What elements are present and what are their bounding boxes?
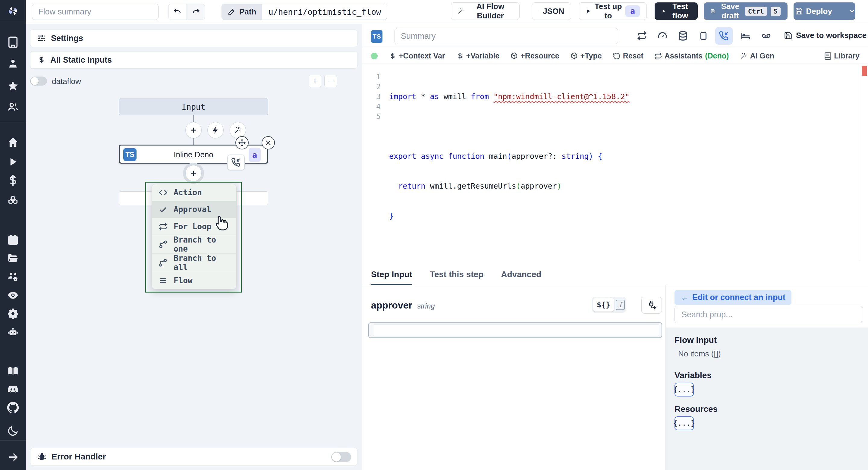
editor-toolbar: +Context Var +Variable +Resource +Type R… xyxy=(362,48,868,64)
path-group[interactable]: Path u/henri/optimistic_flow xyxy=(221,4,387,20)
error-handler-toggle[interactable] xyxy=(331,452,351,462)
ai-flow-builder-button[interactable]: AI Flow Builder xyxy=(451,2,520,20)
gauge-icon[interactable] xyxy=(654,27,671,44)
suspend-approval-icon[interactable] xyxy=(715,27,733,44)
sidebar-item-workspace[interactable] xyxy=(0,34,26,51)
pointer-cursor xyxy=(213,215,230,232)
plug-arrow-icon xyxy=(647,300,657,310)
reset-button[interactable]: Reset xyxy=(613,52,644,60)
library-button[interactable]: Library xyxy=(824,52,860,60)
sidebar-item-schedules[interactable] xyxy=(0,231,26,248)
search-prop-input[interactable] xyxy=(675,306,863,323)
insert-step-menu: Action Approval For Loop Branch to one B… xyxy=(152,184,237,289)
approver-value-input[interactable] xyxy=(368,322,662,338)
swap-step-icon[interactable] xyxy=(633,27,651,44)
sidebar-item-runs[interactable] xyxy=(0,153,26,170)
input-mode-toggle: ${} f xyxy=(592,297,626,313)
menu-item-branch-to-all[interactable]: Branch to all xyxy=(152,254,236,272)
sidebar-item-user[interactable] xyxy=(0,55,26,72)
dataflow-toggle[interactable] xyxy=(30,76,47,86)
error-handler-node[interactable]: Error Handler xyxy=(30,448,358,466)
concurrency-icon[interactable] xyxy=(695,27,712,44)
deploy-dropdown-button[interactable] xyxy=(845,7,859,15)
undo-button[interactable] xyxy=(168,4,187,20)
menu-item-action[interactable]: Action xyxy=(152,184,236,201)
sidebar-item-dark-mode[interactable] xyxy=(0,422,26,439)
plus-icon xyxy=(189,169,198,178)
path-value: u/henri/optimistic_flow xyxy=(262,4,387,20)
sidebar-item-discord[interactable] xyxy=(0,381,26,398)
test-flow-button[interactable]: Test flow xyxy=(655,2,698,20)
tab-advanced[interactable]: Advanced xyxy=(501,265,541,285)
step-editor-panel: TS Save to workspace +Context Var +Varia… xyxy=(362,24,868,470)
sidebar-item-ai[interactable] xyxy=(0,324,26,341)
save-to-workspace-button[interactable]: Save to workspace xyxy=(784,31,867,40)
voicemail-mock-icon[interactable] xyxy=(757,27,775,44)
all-static-inputs-button[interactable]: All Static Inputs xyxy=(30,51,358,69)
javascript-fn-mode-button[interactable]: f xyxy=(616,300,625,310)
sidebar-item-settings[interactable] xyxy=(0,305,26,322)
save-draft-button[interactable]: Save draft Ctrl S xyxy=(704,2,787,20)
zoom-in-button[interactable]: + xyxy=(309,75,321,87)
step-tabs: Step Input Test this step Advanced xyxy=(362,265,868,285)
flow-summary-input[interactable] xyxy=(32,4,158,20)
sidebar-item-variables[interactable] xyxy=(0,172,26,189)
zoom-out-button[interactable]: − xyxy=(324,75,337,87)
file-json-icon xyxy=(539,7,539,15)
sidebar-item-favorites[interactable] xyxy=(0,77,26,94)
windmill-flow-builder: Path u/henri/optimistic_flow AI Flow Bui… xyxy=(0,0,868,470)
tab-step-input[interactable]: Step Input xyxy=(371,265,412,285)
flow-input-node[interactable]: Input xyxy=(119,98,268,115)
connect-input-button[interactable] xyxy=(641,297,662,314)
topbar: Path u/henri/optimistic_flow AI Flow Bui… xyxy=(26,0,868,24)
sidebar-item-github[interactable] xyxy=(0,399,26,416)
code-editor[interactable]: 1 2 3 4 5 import * as wmill from "npm:wi… xyxy=(362,64,868,261)
sidebar-item-docs[interactable] xyxy=(0,363,26,380)
step-summary-input[interactable] xyxy=(395,28,618,44)
sidebar-item-audit-logs[interactable] xyxy=(0,287,26,304)
sidebar-item-resources[interactable] xyxy=(0,192,26,209)
wand-icon xyxy=(458,7,464,15)
resources-object-button[interactable]: {...} xyxy=(675,416,694,430)
ai-insert-button[interactable] xyxy=(230,122,246,138)
sidebar-item-folders[interactable] xyxy=(0,250,26,267)
move-node-button[interactable] xyxy=(236,136,249,150)
redo-button[interactable] xyxy=(187,4,205,20)
line-number: 3 xyxy=(362,92,381,101)
sidebar-item-home[interactable] xyxy=(0,134,26,151)
edit-or-connect-button[interactable]: ← Edit or connect an input xyxy=(675,290,792,305)
trigger-button[interactable] xyxy=(207,122,224,138)
add-type-button[interactable]: +Type xyxy=(570,52,602,60)
add-resource-button[interactable]: +Resource xyxy=(510,52,559,60)
step-input-section: approver string ${} f xyxy=(362,285,665,470)
flow-settings-button[interactable]: Settings xyxy=(30,30,358,47)
expr-mode-button[interactable]: ${} xyxy=(593,298,614,312)
bug-icon xyxy=(37,452,47,462)
phone-incoming-icon xyxy=(231,158,241,167)
sidebar-item-groups[interactable] xyxy=(0,98,26,115)
sleep-icon[interactable] xyxy=(737,27,754,44)
assistants-button[interactable]: Assistants(Deno) xyxy=(654,52,729,60)
menu-item-flow[interactable]: Flow xyxy=(152,272,236,289)
add-variable-button[interactable]: +Variable xyxy=(456,52,500,60)
variables-object-button[interactable]: {...} xyxy=(675,383,694,397)
add-context-var-button[interactable]: +Context Var xyxy=(389,52,445,60)
windmill-logo-icon[interactable] xyxy=(0,2,26,20)
chevron-down-icon xyxy=(848,7,856,15)
ai-gen-button[interactable]: AI Gen xyxy=(740,52,774,60)
sidebar-item-workers[interactable] xyxy=(0,268,26,285)
resources-heading: Resources xyxy=(675,404,868,414)
insert-after-step-button[interactable] xyxy=(185,165,202,181)
sidebar-expand-icon[interactable] xyxy=(0,449,26,466)
json-button[interactable]: JSON xyxy=(532,2,571,20)
menu-item-branch-to-one[interactable]: Branch to one xyxy=(152,235,236,254)
deploy-button[interactable]: Deploy xyxy=(794,2,855,20)
tab-test-this-step[interactable]: Test this step xyxy=(430,265,484,285)
error-handler-label: Error Handler xyxy=(52,452,106,462)
cache-database-icon[interactable] xyxy=(674,27,692,44)
test-up-to-button[interactable]: Test up to a xyxy=(579,2,647,20)
insert-step-button[interactable] xyxy=(185,122,202,138)
path-button[interactable]: Path xyxy=(222,4,262,20)
delete-node-button[interactable] xyxy=(261,136,275,150)
kbd-s: S xyxy=(771,7,781,16)
